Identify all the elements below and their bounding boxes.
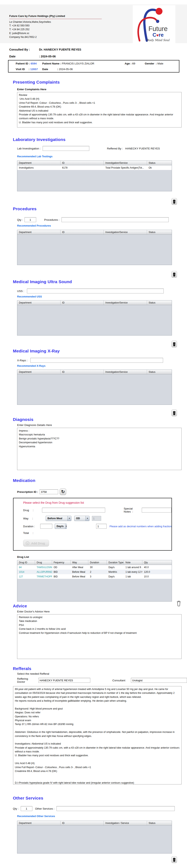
uss-label: USS : xyxy=(17,289,24,292)
consult-date-label: Date xyxy=(9,55,39,58)
consult-date-row: Date : 2024-05-06 xyxy=(9,55,187,58)
drug-col-duration: Duration xyxy=(88,560,107,565)
reffering-doctor-input[interactable] xyxy=(38,678,90,683)
drug-row[interactable]: 1014 ALLOPURINOL BID Before Meal 2 Month… xyxy=(17,569,172,574)
recommended-procedures-link[interactable]: Recommended Procedures xyxy=(17,224,51,227)
drug-col-drug: Drug xyxy=(35,560,52,565)
delete-other-service-button[interactable] xyxy=(172,856,177,863)
procedures-col-id: ID xyxy=(61,230,104,235)
section-title-diagnosis: Diagnosis xyxy=(13,417,187,422)
patient-gender-value: Male xyxy=(157,62,163,65)
uss-input[interactable] xyxy=(27,288,164,293)
duration-unit-select[interactable]: Day/s ▼ xyxy=(55,524,67,529)
uss-col-id: ID xyxy=(61,301,104,305)
plus-icon: + xyxy=(26,541,29,545)
drug-list-table: Drug ID Drug Fequency Way Duration Durat… xyxy=(17,560,172,601)
consulted-by-label: Consulted By : xyxy=(9,48,39,51)
tablet-qty-input[interactable] xyxy=(96,524,107,529)
patient-age-value: 69 xyxy=(132,62,135,65)
diagnosis-textarea[interactable]: Impress : Macroscopic hematuria Benign p… xyxy=(17,428,182,470)
advice-label: Enter Doctor's Advice Here xyxy=(17,610,187,613)
drug-col-duration-type: Duration Type xyxy=(107,560,124,565)
way-select[interactable]: Before Meal ▼ xyxy=(46,516,71,521)
complaints-label: Enter Complaints Here xyxy=(17,88,187,91)
trash-icon xyxy=(173,857,176,862)
xray-col-service: Investigation/Service xyxy=(104,370,147,374)
xray-col-department: Department xyxy=(17,370,61,374)
refferal-textarea[interactable]: 69-year-old patient with a history of ar… xyxy=(13,686,182,784)
section-title-presenting-complaints: Presenting Complaints xyxy=(13,80,187,85)
lab-col-id: ID xyxy=(61,161,104,165)
other-services-input[interactable] xyxy=(57,806,175,811)
medication-entry-box: Please select the Drug from Drug suggess… xyxy=(13,498,172,551)
duration-label: Duration : xyxy=(23,525,40,528)
recommended-other-services-link[interactable]: Recommended Other Services xyxy=(17,815,55,818)
complaints-textarea[interactable]: Review Uric Acid 0.48 (H) Urine Full Rep… xyxy=(17,92,182,127)
drug-row[interactable]: 84 TAMSULOSIN OD After Meal 30 Day/s 1 t… xyxy=(17,565,172,569)
duration-input[interactable] xyxy=(40,524,52,529)
future-care-logo: Future C♥re Body Mind Soul xyxy=(133,5,175,43)
lab-table: Department ID Investigation/Service Stat… xyxy=(17,160,172,191)
lab-investigation-input[interactable] xyxy=(43,146,89,151)
procedures-qty-input[interactable] xyxy=(25,217,36,222)
refresh-prescription-button[interactable]: ↻ xyxy=(60,489,66,495)
delete-xray-button[interactable] xyxy=(172,410,177,416)
total-label: Total : xyxy=(23,531,46,534)
drug-list-header: Drug ID Drug Fequency Way Duration Durat… xyxy=(17,560,172,565)
other-col-status: Status xyxy=(147,821,172,825)
recommended-lab-testings-link[interactable]: Recommended Lab Testings xyxy=(17,155,52,158)
drug-suggestion-warning: Please select the Drug from Drug suggess… xyxy=(23,501,172,504)
delete-uss-button[interactable] xyxy=(172,341,177,347)
recommended-uss-link[interactable]: Recommended USS xyxy=(17,295,42,298)
procedures-label: Procedures : xyxy=(44,218,60,221)
other-qty-input[interactable] xyxy=(21,806,32,811)
procedures-input[interactable] xyxy=(62,217,169,222)
procedures-table-header: Department ID Investigation/Service Stat… xyxy=(17,230,172,235)
patient-gender-label: Gender xyxy=(145,62,154,65)
company-phone-2: T: +24 84 225 252 xyxy=(9,28,102,31)
drug-col-note: Note xyxy=(124,560,142,565)
delete-lab-item-button[interactable] xyxy=(172,198,177,205)
procedures-col-service: Investigation/Service xyxy=(104,230,147,235)
uss-col-service: Investigation/Service xyxy=(104,301,147,305)
chevron-down-icon: ▼ xyxy=(85,516,89,521)
other-services-table: Department ID Investigation / Service St… xyxy=(17,821,172,854)
drug-row[interactable]: 127 TRIMETHOPRIM AI BID Before Meal 3 Da… xyxy=(17,574,172,579)
frequency-select[interactable]: OD ▼ xyxy=(74,516,89,521)
patient-id-label: Patient ID xyxy=(16,62,28,65)
advice-textarea[interactable]: Remision to urologist Take medication PS… xyxy=(17,614,182,659)
xray-input[interactable] xyxy=(30,358,163,363)
consulted-by-row: Consulted By : Dr. HANECKY FUENTE REYES xyxy=(9,48,187,51)
uss-table-header: Department ID Investigation/Service Stat… xyxy=(17,301,172,305)
diagnosis-label: Enter Diagnosis Details Here xyxy=(17,424,187,427)
drug-table-empty-area xyxy=(17,579,172,601)
lab-table-header: Department ID Investigation/Service Stat… xyxy=(17,161,172,165)
drug-label: Drug : xyxy=(23,509,42,512)
patient-id-value: 6594 xyxy=(31,62,37,65)
logo-tagline: Body Mind Soul xyxy=(147,38,170,42)
visit-id-label: Visit ID xyxy=(16,68,25,71)
reffered-by-label: Reffered By : xyxy=(107,147,123,150)
delete-procedure-button[interactable] xyxy=(172,271,177,278)
logo-blue-dot xyxy=(156,20,159,23)
special-notes-input[interactable] xyxy=(142,508,172,513)
way-label: Way : xyxy=(23,517,46,520)
xray-table-empty-area xyxy=(17,374,172,405)
recommended-xray-link[interactable]: Recommended X-Rays xyxy=(17,364,45,367)
procedures-table-empty-area xyxy=(17,235,172,265)
procedures-qty-label: Qty : xyxy=(17,218,23,221)
patient-age-label: Age xyxy=(125,62,130,65)
section-title-ultrasound: Medical Imaging Ultra Sound xyxy=(13,279,187,284)
drug-list-label: Drug List xyxy=(17,555,187,558)
prescription-id-label: Prescription ID : xyxy=(17,490,38,493)
consulted-by-value: Dr. HANECKY FUENTE REYES xyxy=(39,48,81,51)
lab-table-row[interactable]: Investigations 6178 Total Prostate Speci… xyxy=(17,165,172,170)
delete-advice-button[interactable] xyxy=(176,600,181,607)
lab-investigation-label: Lab Investingation : xyxy=(17,147,41,150)
add-drug-button[interactable]: + Add Drug xyxy=(23,540,49,547)
other-table-empty-area xyxy=(17,826,172,853)
refferal-select-label: Select the needed Refferal xyxy=(17,672,187,675)
drug-input[interactable] xyxy=(42,508,105,513)
consultant-input[interactable] xyxy=(131,678,187,683)
prescription-id-input[interactable] xyxy=(40,489,58,494)
